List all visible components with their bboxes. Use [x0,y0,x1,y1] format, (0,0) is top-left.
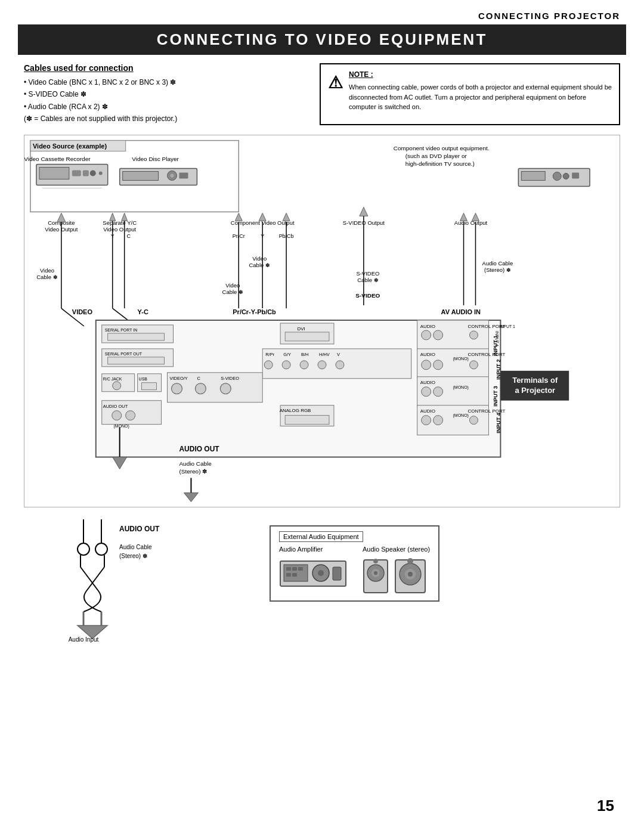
svg-text:Video Disc Player: Video Disc Player [132,155,179,162]
amplifier-section: Audio Amplifier [279,546,351,593]
svg-point-176 [318,570,324,576]
cables-section: Cables used for connection • Video Cable… [24,63,308,125]
svg-rect-177 [333,567,341,580]
svg-point-120 [172,383,182,394]
svg-rect-7 [83,170,89,176]
amplifier-drawing [279,555,351,591]
svg-text:S-VIDEO: S-VIDEO [355,292,380,299]
svg-text:AUDIO: AUDIO [420,351,435,357]
svg-text:AUDIO OUT: AUDIO OUT [119,525,160,533]
svg-text:Pr/Cr-Y-Pb/Cb: Pr/Cr-Y-Pb/Cb [233,308,276,315]
svg-text:H/HV: H/HV [319,351,330,357]
svg-text:VIDEO: VIDEO [72,308,93,315]
svg-text:Cable ✽: Cable ✽ [222,289,243,295]
svg-rect-24 [572,172,579,178]
svg-point-22 [553,172,561,180]
svg-text:Audio Output: Audio Output [454,219,488,226]
svg-text:AUDIO: AUDIO [420,408,435,413]
ext-audio-label: External Audio Equipment [279,531,363,542]
svg-text:AUDIO OUT: AUDIO OUT [179,444,219,453]
note-text: When connecting cable, power cords of bo… [349,82,612,112]
svg-point-96 [264,360,273,368]
svg-point-108 [470,360,478,368]
svg-marker-37 [57,213,66,222]
svg-text:(MONO): (MONO) [453,385,469,389]
svg-point-98 [300,360,308,368]
svg-point-84 [470,331,478,339]
svg-rect-13 [123,171,159,180]
svg-point-121 [195,383,206,394]
svg-text:Video: Video [225,282,240,289]
svg-text:R/C JACK: R/C JACK [103,376,122,380]
svg-text:Component video output equipme: Component video output equipment. [394,144,490,151]
svg-point-187 [407,558,413,564]
connection-diagram: Video Source (example) Video Cassette Re… [24,135,620,505]
svg-text:Video Cassette Recorder: Video Cassette Recorder [24,155,91,162]
svg-point-8 [90,170,96,176]
svg-text:CONTROL PORT: CONTROL PORT [468,351,506,357]
svg-text:G/Y: G/Y [283,351,291,357]
svg-rect-78 [285,332,329,341]
svg-point-186 [408,572,413,577]
svg-text:VIDEO/Y: VIDEO/Y [170,375,188,380]
svg-point-97 [282,360,290,368]
svg-marker-39 [122,213,128,221]
svg-text:Audio Cable: Audio Cable [119,544,152,550]
svg-text:AUDIO: AUDIO [420,324,435,329]
svg-text:Video: Video [40,267,54,274]
note-content: NOTE : When connecting cable, power cord… [349,69,612,112]
svg-text:AUDIO OUT: AUDIO OUT [103,403,128,408]
note-box: ⚠ NOTE : When connecting cable, power co… [320,63,620,125]
svg-text:R/Pr: R/Pr [265,351,274,357]
svg-point-81 [422,330,431,340]
svg-point-112 [113,381,121,389]
header-title: CONNECTING PROJECTOR [478,11,620,21]
svg-text:C: C [197,375,200,380]
svg-text:Video Source (example): Video Source (example) [33,142,107,149]
speaker-drawing [363,555,428,594]
svg-point-135 [126,410,135,420]
cables-heading: Cables used for connection [24,63,308,73]
svg-text:USB: USB [139,376,148,380]
svg-point-134 [112,410,122,420]
cable-item-2: • S-VIDEO Cable ✽ [24,88,308,100]
svg-marker-43 [360,207,368,216]
svg-point-143 [434,415,443,425]
svg-text:INPUT 3: INPUT 3 [493,386,499,406]
svg-point-15 [171,174,174,177]
external-audio-section: External Audio Equipment Audio Amplifier [270,513,620,646]
svg-point-125 [422,386,431,396]
svg-text:S-VIDEO: S-VIDEO [221,375,239,380]
svg-text:Y-C: Y-C [138,308,148,315]
ext-audio-box: External Audio Equipment Audio Amplifier [270,525,439,602]
svg-text:Audio Input: Audio Input [69,636,99,643]
svg-marker-44 [460,213,467,221]
svg-marker-40 [235,213,242,221]
cable-item-1: • Video Cable (BNC x 1, BNC x 2 or BNC x… [24,76,308,88]
audio-out-diagram: AUDIO OUT Audio Cable (Stereo) ✽ Audio I… [24,513,203,645]
svg-point-104 [422,360,431,369]
page-number: 15 [597,797,614,815]
audio-output-section: AUDIO OUT Audio Cable (Stereo) ✽ Audio I… [24,513,258,646]
svg-marker-38 [110,213,116,221]
svg-point-126 [434,386,443,396]
svg-rect-174 [292,573,297,577]
svg-text:Cable ✽: Cable ✽ [357,277,378,283]
svg-point-181 [374,571,377,575]
svg-text:INPUT 1: INPUT 1 [499,324,515,329]
svg-text:Video: Video [252,255,267,262]
svg-point-157 [78,543,89,555]
svg-text:V: V [337,351,340,357]
svg-text:AUDIO: AUDIO [420,379,435,385]
svg-rect-170 [286,567,291,571]
svg-point-101 [336,360,344,368]
svg-text:(Stereo) ✽: (Stereo) ✽ [484,267,511,273]
svg-marker-42 [283,213,290,221]
svg-text:(MONO): (MONO) [453,413,469,417]
svg-point-158 [95,543,107,555]
svg-text:(such as DVD player or: (such as DVD player or [405,152,467,159]
main-diagram-area: Video Source (example) Video Cassette Re… [24,135,620,507]
svg-text:(Stereo) ✽: (Stereo) ✽ [119,553,147,559]
svg-point-99 [318,360,326,368]
svg-rect-90 [108,357,165,364]
